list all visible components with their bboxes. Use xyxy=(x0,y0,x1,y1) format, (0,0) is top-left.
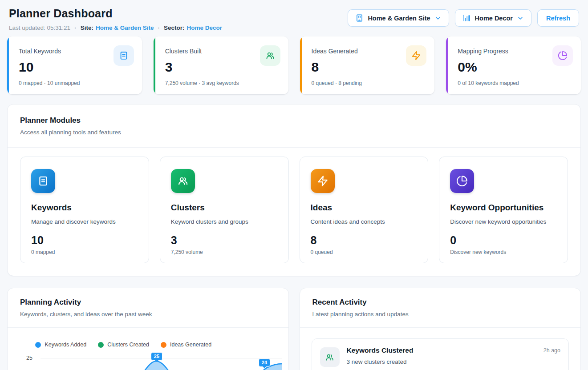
module-subtitle: 0 mapped xyxy=(31,249,138,255)
site-meta: Site: Home & Garden Site xyxy=(81,24,154,31)
stat-card-mapping-progress: Mapping Progress 0% 0 of 10 keywords map… xyxy=(446,36,581,94)
stat-accent-bar xyxy=(7,36,9,94)
chart-plot-area: 25 24 xyxy=(41,353,282,370)
legend-item-ideas-generated[interactable]: Ideas Generated xyxy=(161,342,211,348)
site-link[interactable]: Home & Garden Site xyxy=(96,24,154,31)
bar-chart-icon xyxy=(462,14,471,22)
module-card-ideas[interactable]: Ideas Content ideas and concepts 8 0 que… xyxy=(300,157,429,263)
pie-chart-icon xyxy=(552,45,573,66)
module-title: Keyword Opportunities xyxy=(450,203,557,213)
document-icon xyxy=(114,45,134,66)
module-description: Keyword clusters and groups xyxy=(171,218,278,225)
activity-item-time: 2h ago xyxy=(543,346,560,354)
recent-activity-subtitle: Latest planning actions and updates xyxy=(312,311,568,318)
chart-legend: Keywords Added Clusters Created Ideas Ge… xyxy=(8,342,239,348)
chevron-down-icon xyxy=(517,15,524,22)
module-title: Keywords xyxy=(31,203,138,213)
module-card-keyword-opportunities[interactable]: Keyword Opportunities Discover new keywo… xyxy=(439,157,568,263)
sector-selector-dropdown[interactable]: Home Decor xyxy=(455,9,531,27)
stat-cards-row: Total Keywords 10 0 mapped · 10 unmapped… xyxy=(7,36,581,94)
activity-item-title: Keywords Clustered xyxy=(347,346,414,354)
module-description: Content ideas and concepts xyxy=(311,218,418,225)
activity-item-description: 3 new clusters created xyxy=(347,358,561,365)
legend-label: Clusters Created xyxy=(107,342,149,348)
stat-subtitle: 0 queued · 8 pending xyxy=(312,80,427,87)
stat-value: 0% xyxy=(458,60,552,76)
header-controls: Home & Garden Site Home Decor Refresh xyxy=(348,9,579,27)
module-value: 10 xyxy=(31,234,138,247)
stat-label: Mapping Progress xyxy=(458,45,552,56)
module-title: Clusters xyxy=(171,203,278,213)
document-icon xyxy=(31,169,55,193)
stat-subtitle: 0 mapped · 10 unmapped xyxy=(19,80,134,87)
module-subtitle: 7,250 volume xyxy=(171,249,278,255)
planning-activity-header: Planning Activity Keywords, clusters, an… xyxy=(8,288,288,327)
planning-activity-subtitle: Keywords, clusters, and ideas over the p… xyxy=(20,311,276,318)
activity-line-chart: 25 25 24 xyxy=(8,353,288,370)
site-label: Site: xyxy=(81,24,93,31)
modules-panel-title: Planner Modules xyxy=(20,116,568,125)
page-header: Planner Dashboard Last updated: 05:31:21… xyxy=(7,7,581,31)
legend-label: Ideas Generated xyxy=(170,342,211,348)
divider xyxy=(8,327,288,328)
modules-panel-header: Planner Modules Access all planning tool… xyxy=(8,105,580,147)
modules-panel-subtitle: Access all planning tools and features xyxy=(20,129,568,136)
header-titles: Planner Dashboard Last updated: 05:31:21… xyxy=(9,7,222,31)
data-point-label: 24 xyxy=(259,358,270,367)
legend-item-clusters-created[interactable]: Clusters Created xyxy=(98,342,149,348)
page-title: Planner Dashboard xyxy=(9,7,222,20)
stat-value: 10 xyxy=(19,60,114,76)
last-updated-text: Last updated: 05:31:21 xyxy=(9,24,70,31)
stat-accent-bar xyxy=(154,36,155,94)
zap-icon xyxy=(406,45,426,66)
module-subtitle: Discover new keywords xyxy=(450,249,557,255)
module-value: 8 xyxy=(311,234,418,247)
legend-dot xyxy=(98,342,104,348)
planner-dashboard-page: Planner Dashboard Last updated: 05:31:21… xyxy=(0,0,588,370)
data-point-label: 25 xyxy=(151,352,162,361)
legend-dot xyxy=(35,342,41,348)
stat-accent-bar xyxy=(300,36,302,94)
stat-accent-bar xyxy=(446,36,448,94)
sector-label: Sector: xyxy=(164,24,185,31)
activity-item-top: Keywords Clustered 2h ago xyxy=(347,346,561,354)
stat-label: Clusters Built xyxy=(165,45,260,56)
refresh-button[interactable]: Refresh xyxy=(537,9,579,27)
bottom-row: Planning Activity Keywords, clusters, an… xyxy=(7,288,581,370)
stat-value: 3 xyxy=(165,60,260,76)
header-meta: Last updated: 05:31:21 · Site: Home & Ga… xyxy=(9,24,222,31)
chevron-down-icon xyxy=(434,15,442,22)
module-description: Manage and discover keywords xyxy=(31,218,138,225)
users-icon xyxy=(260,45,280,66)
site-selector-dropdown[interactable]: Home & Garden Site xyxy=(348,9,449,27)
stat-label: Total Keywords xyxy=(19,45,114,56)
divider xyxy=(300,327,581,328)
planner-modules-panel: Planner Modules Access all planning tool… xyxy=(7,104,581,276)
sector-meta: Sector: Home Decor xyxy=(164,24,222,31)
legend-item-keywords-added[interactable]: Keywords Added xyxy=(35,342,86,348)
module-card-keywords[interactable]: Keywords Manage and discover keywords 10… xyxy=(20,157,149,263)
stat-card-ideas-generated: Ideas Generated 8 0 queued · 8 pending xyxy=(300,36,435,94)
module-description: Discover new keyword opportunities xyxy=(450,218,557,225)
sector-link[interactable]: Home Decor xyxy=(187,24,222,31)
stat-label: Ideas Generated xyxy=(312,45,406,56)
stat-card-total-keywords: Total Keywords 10 0 mapped · 10 unmapped xyxy=(7,36,142,94)
site-selector-label: Home & Garden Site xyxy=(368,15,430,22)
legend-dot xyxy=(161,342,166,348)
building-icon xyxy=(355,14,364,22)
planning-activity-panel: Planning Activity Keywords, clusters, an… xyxy=(7,288,289,370)
module-card-clusters[interactable]: Clusters Keyword clusters and groups 3 7… xyxy=(160,157,289,263)
recent-activity-title: Recent Activity xyxy=(312,298,568,307)
legend-label: Keywords Added xyxy=(45,342,86,348)
activity-item-keywords-clustered[interactable]: Keywords Clustered 2h ago 3 new clusters… xyxy=(312,338,569,370)
recent-activity-header: Recent Activity Latest planning actions … xyxy=(300,288,581,327)
sector-selector-label: Home Decor xyxy=(475,15,513,22)
module-value: 3 xyxy=(171,234,278,247)
users-icon xyxy=(171,169,195,193)
meta-separator: · xyxy=(158,24,160,31)
module-title: Ideas xyxy=(311,203,418,213)
stat-subtitle: 0 of 10 keywords mapped xyxy=(458,80,573,87)
stat-value: 8 xyxy=(312,60,406,76)
zap-icon xyxy=(311,169,335,193)
stat-card-clusters-built: Clusters Built 3 7,250 volume · 3 avg ke… xyxy=(154,36,288,94)
